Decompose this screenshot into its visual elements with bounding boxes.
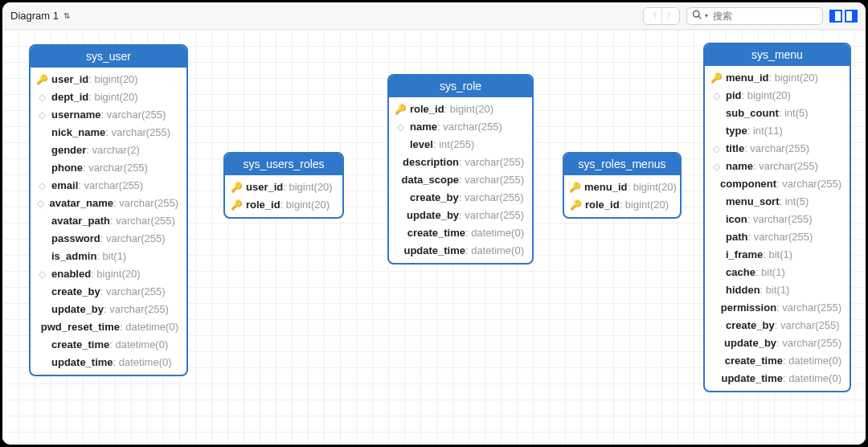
column-row[interactable]: 🔑role_id: bigint(20)	[225, 196, 342, 214]
column-row[interactable]: ◇avatar_name: varchar(255)	[31, 195, 186, 212]
column-name: title	[726, 141, 744, 156]
diagram-label: Diagram 1	[10, 10, 59, 22]
entity-sys_role[interactable]: sys_role🔑role_id: bigint(20)◇name: varch…	[387, 74, 534, 265]
key-icon: 🔑	[394, 102, 407, 117]
column-row[interactable]: ◇title: varchar(255)	[705, 140, 850, 158]
key-icon: 🔑	[569, 198, 582, 212]
column-row[interactable]: 🔑menu_id: bigint(20)	[564, 178, 680, 196]
column-row[interactable]: update_time: datetime(0)	[31, 354, 186, 371]
column-row[interactable]: ◇enabled: bigint(20)	[31, 265, 186, 283]
column-type: : varchar(255)	[78, 178, 143, 193]
column-type: : varchar(2)	[86, 143, 139, 158]
entity-title: sys_roles_menus	[564, 154, 680, 175]
entity-sys_user[interactable]: sys_user🔑user_id: bigint(20)◇dept_id: bi…	[29, 44, 188, 376]
column-row[interactable]: hidden: bit(1)	[705, 281, 850, 299]
column-type: : bigint(20)	[444, 102, 493, 117]
column-row[interactable]: 🔑user_id: bigint(20)	[225, 178, 342, 196]
column-row[interactable]: is_admin: bit(1)	[31, 248, 186, 265]
column-row[interactable]: 🔑user_id: bigint(20)	[31, 71, 186, 88]
column-type: : varchar(255)	[775, 318, 840, 333]
column-type: : datetime(0)	[113, 355, 172, 370]
diagram-selector[interactable]: Diagram 1 ⇅	[10, 10, 68, 22]
column-row[interactable]: create_by: varchar(255)	[389, 189, 532, 207]
column-row[interactable]: i_frame: bit(1)	[705, 246, 850, 264]
column-row[interactable]: update_by: varchar(255)	[31, 301, 186, 318]
entity-sys_menu[interactable]: sys_menu🔑menu_id: bigint(20)◇pid: bigint…	[703, 43, 851, 392]
updown-icon: ⇅	[63, 11, 68, 20]
entity-columns: 🔑role_id: bigint(20)◇name: varchar(255)l…	[389, 97, 532, 263]
nav-back-button[interactable]: 〈	[644, 8, 661, 24]
column-row[interactable]: level: int(255)	[389, 136, 532, 154]
key-icon: 🔑	[230, 180, 243, 195]
column-type: : varchar(255)	[776, 336, 841, 351]
column-row[interactable]: 🔑role_id: bigint(20)	[564, 196, 680, 214]
column-row[interactable]: nick_name: varchar(255)	[31, 124, 186, 141]
column-name: update_by	[407, 208, 459, 223]
column-row[interactable]: phone: varchar(255)	[31, 159, 186, 177]
nav-forward-button[interactable]: 〉	[661, 8, 679, 24]
column-row[interactable]: update_by: varchar(255)	[705, 334, 850, 352]
column-row[interactable]: avatar_path: varchar(255)	[31, 212, 186, 230]
column-type: : varchar(255)	[459, 155, 524, 170]
column-row[interactable]: path: varchar(255)	[705, 228, 850, 246]
column-type: : varchar(255)	[747, 230, 813, 244]
column-row[interactable]: 🔑menu_id: bigint(20)	[705, 69, 850, 87]
column-name: type	[726, 124, 747, 138]
column-row[interactable]: update_time: datetime(0)	[705, 370, 850, 388]
column-name: role_id	[410, 102, 444, 117]
entity-title: sys_users_roles	[225, 154, 342, 175]
column-row[interactable]: data_scope: varchar(255)	[389, 171, 532, 189]
column-type: : datetime(0)	[783, 371, 841, 386]
entity-sys_roles_menus[interactable]: sys_roles_menus🔑menu_id: bigint(20)🔑role…	[563, 152, 682, 219]
column-row[interactable]: pwd_reset_time: datetime(0)	[31, 318, 186, 336]
column-row[interactable]: create_time: datetime(0)	[31, 336, 186, 354]
column-row[interactable]: sub_count: int(5)	[705, 105, 850, 122]
column-row[interactable]: create_time: datetime(0)	[389, 224, 532, 242]
column-name: password	[51, 232, 100, 246]
column-type: : datetime(0)	[120, 320, 178, 334]
column-row[interactable]: create_by: varchar(255)	[31, 283, 186, 301]
search-input[interactable]	[711, 10, 817, 23]
column-name: user_id	[246, 180, 283, 195]
column-row[interactable]: ◇name: varchar(255)	[705, 158, 850, 175]
column-row[interactable]: password: varchar(255)	[31, 230, 186, 248]
column-type: : bigint(20)	[88, 90, 137, 105]
chevron-down-icon: ▾	[705, 12, 708, 19]
column-row[interactable]: ◇username: varchar(255)	[31, 106, 186, 124]
search-box[interactable]: ▾	[686, 7, 823, 25]
column-name: description	[403, 155, 459, 170]
column-name: update_time	[51, 355, 113, 370]
column-row[interactable]: ◇name: varchar(255)	[389, 118, 532, 136]
column-row[interactable]: 🔑role_id: bigint(20)	[389, 100, 532, 118]
column-row[interactable]: type: int(11)	[705, 122, 850, 140]
key-icon: 🔑	[230, 198, 243, 212]
column-type: : datetime(0)	[783, 354, 841, 368]
column-row[interactable]: permission: varchar(255)	[705, 299, 850, 317]
column-row[interactable]: update_time: datetime(0)	[389, 242, 532, 260]
column-row[interactable]: ◇dept_id: bigint(20)	[31, 88, 186, 106]
panel-right-button[interactable]	[845, 10, 858, 23]
column-name: enabled	[51, 267, 91, 281]
column-row[interactable]: create_by: varchar(255)	[705, 317, 850, 334]
column-row[interactable]: menu_sort: int(5)	[705, 193, 850, 211]
column-row[interactable]: component: varchar(255)	[705, 175, 850, 193]
entity-title: sys_user	[31, 46, 186, 68]
column-row[interactable]: ◇pid: bigint(20)	[705, 87, 850, 105]
entity-sys_users_roles[interactable]: sys_users_roles🔑user_id: bigint(20)🔑role…	[223, 152, 344, 219]
column-name: gender	[51, 143, 86, 158]
app-frame: Diagram 1 ⇅ 〈 〉 ▾ sys_user🔑user_id: bigi…	[2, 2, 866, 445]
column-type: : varchar(255)	[459, 173, 524, 187]
column-type: : bit(1)	[96, 249, 126, 264]
diagram-canvas[interactable]: sys_user🔑user_id: bigint(20)◇dept_id: bi…	[2, 30, 866, 445]
column-row[interactable]: gender: varchar(2)	[31, 141, 186, 159]
column-row[interactable]: ◇email: varchar(255)	[31, 177, 186, 195]
column-row[interactable]: update_by: varchar(255)	[389, 207, 532, 224]
index-icon: ◇	[35, 90, 48, 105]
panel-left-button[interactable]	[829, 10, 842, 23]
column-row[interactable]: icon: varchar(255)	[705, 211, 850, 228]
column-row[interactable]: cache: bit(1)	[705, 264, 850, 281]
column-row[interactable]: description: varchar(255)	[389, 154, 532, 171]
column-type: : varchar(255)	[100, 108, 166, 122]
column-row[interactable]: create_time: datetime(0)	[705, 352, 850, 370]
index-icon: ◇	[710, 159, 723, 174]
